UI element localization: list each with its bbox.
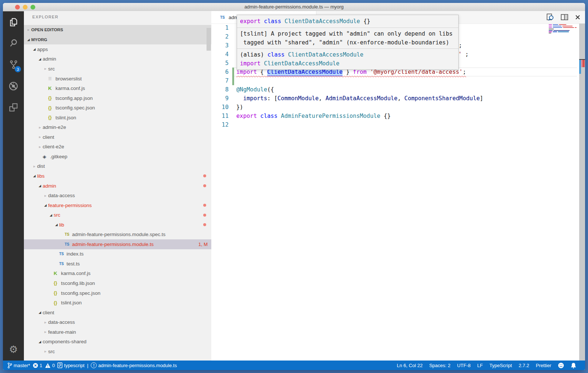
- activity-explorer[interactable]: [3, 11, 24, 33]
- status-text: Ln 6, Col 22: [397, 363, 423, 368]
- tree-item-admin-feature-permissions-module-ts[interactable]: TSadmin-feature-permissions.module.ts1, …: [24, 239, 211, 249]
- activity-extensions[interactable]: [3, 97, 24, 118]
- split-editor-icon[interactable]: [560, 14, 569, 21]
- status-warnings[interactable]: 0: [45, 363, 55, 368]
- info-icon: !: [91, 362, 97, 368]
- tree-item-index-ts[interactable]: TSindex.ts: [24, 249, 211, 259]
- ts-blue-file-icon: TS: [65, 242, 72, 246]
- minimap-line: [549, 27, 578, 28]
- tree-item-data-access[interactable]: ▹data-access: [24, 191, 211, 200]
- tree-item-admin[interactable]: ◢admin: [24, 181, 211, 191]
- json-file-icon: {}: [48, 105, 55, 111]
- tree-item-client[interactable]: ▹client: [24, 132, 211, 142]
- debug-icon: [8, 81, 18, 91]
- open-changes-icon[interactable]: [546, 13, 554, 21]
- tree-item-tslint-json[interactable]: {}tslint.json: [24, 298, 211, 308]
- tree-item-tslint-json[interactable]: {}tslint.json: [24, 113, 211, 123]
- tree-item-src[interactable]: ▹src: [24, 347, 211, 356]
- status-tslint-status[interactable]: typescript: [57, 362, 85, 368]
- item-label: karma.conf.js: [61, 271, 90, 276]
- tree-item-admin-e2e[interactable]: ▹admin-e2e: [24, 122, 211, 132]
- tree-item-karma-conf-js[interactable]: Kkarma.conf.js: [24, 83, 211, 93]
- tree-item-client[interactable]: ◢client: [24, 308, 211, 318]
- code-token: ;: [459, 42, 462, 49]
- warning-icon: [45, 363, 51, 368]
- item-label: src: [54, 212, 60, 218]
- minimap[interactable]: [549, 24, 578, 34]
- tree-item-lib[interactable]: ◢lib: [24, 220, 211, 230]
- item-label: data-access: [48, 193, 75, 198]
- twisty-icon: ◢: [54, 223, 59, 227]
- code-token: import: [240, 60, 264, 67]
- list-file-icon: ☰: [48, 76, 55, 81]
- tree-item-tsconfig-app-json[interactable]: {}tsconfig.app.json: [24, 93, 211, 103]
- status-cursor-position[interactable]: Ln 6, Col 22: [397, 363, 423, 368]
- code-editor[interactable]: 123;4' ;56import { ClientDataAccessModul…: [211, 23, 579, 361]
- close-editor-icon[interactable]: [575, 14, 581, 20]
- tree-item-dist[interactable]: ▹dist: [24, 162, 211, 171]
- gear-icon[interactable]: ⚙: [3, 344, 24, 355]
- status-errors[interactable]: 1: [33, 363, 42, 368]
- minimap-line: [549, 29, 578, 29]
- status-prettier[interactable]: Prettier: [536, 363, 551, 368]
- hover-code-block: export class ClientDataAccessModule {}: [237, 15, 458, 28]
- tree-item-feature-main[interactable]: ▹feature-main: [24, 327, 211, 337]
- code-token: imports: [243, 95, 267, 102]
- twisty-icon: ▹: [37, 145, 43, 149]
- line-number: 10: [211, 103, 229, 112]
- twisty-icon: ◢: [43, 203, 48, 207]
- status-feedback[interactable]: [558, 362, 564, 369]
- status-git-branch[interactable]: master*: [7, 362, 30, 369]
- overview-ruler[interactable]: [579, 23, 585, 361]
- activity-source-control[interactable]: 3: [3, 54, 24, 75]
- twisty-icon: ◢: [37, 57, 43, 61]
- code-line-9: imports: [CommonModule, AdminDataAccessM…: [236, 94, 483, 103]
- sidebar-scrollbar[interactable]: [207, 28, 211, 51]
- tree-item-admin-feature-permissions-module-spec-ts[interactable]: TSadmin-feature-permissions.module.spec.…: [24, 229, 211, 239]
- status-ts-version[interactable]: 2.7.2: [519, 363, 529, 368]
- activity-search[interactable]: [3, 33, 24, 54]
- activity-debug[interactable]: [3, 75, 24, 97]
- tree-item-test-ts[interactable]: TStest.ts: [24, 259, 211, 269]
- tree-item-tsconfig-lib-json[interactable]: {}tsconfig.lib.json: [24, 278, 211, 288]
- status-encoding[interactable]: UTF-8: [457, 363, 471, 368]
- tree-item-tsconfig-spec-json[interactable]: {}tsconfig.spec.json: [24, 103, 211, 113]
- error-dot-badge: [203, 223, 206, 226]
- tree-item-browserslist[interactable]: ☰browserslist: [24, 74, 211, 84]
- item-label: client: [43, 134, 54, 140]
- tree-item-karma-conf-js[interactable]: Kkarma.conf.js: [24, 269, 211, 279]
- ts-olive-file-icon: TS: [65, 232, 72, 236]
- tree-item-src[interactable]: ◢src: [24, 210, 211, 220]
- item-label: tsconfig.spec.json: [55, 105, 95, 111]
- section-open-editors[interactable]: ▹OPEN EDITORS: [24, 25, 211, 35]
- code-fragment: ' ;: [458, 50, 469, 59]
- hover-line: tagged with "shared", "admin" (nx-enforc…: [240, 38, 455, 47]
- tree-item--gitkeep[interactable]: ◈.gitkeep: [24, 152, 211, 162]
- title-bar[interactable]: admin-feature-permissions.module.ts — my…: [3, 3, 585, 11]
- item-label: admin-feature-permissions.module.ts: [72, 242, 154, 247]
- status-language-mode[interactable]: TypeScript: [490, 363, 512, 368]
- tree-item-tsconfig-spec-json[interactable]: {}tsconfig.spec.json: [24, 288, 211, 298]
- code-token: CommonModule: [277, 95, 319, 102]
- code-token: tagged with "shared", "admin" (nx-enforc…: [240, 39, 449, 46]
- json-file-icon: {}: [54, 300, 61, 305]
- tree-item-libs[interactable]: ◢libs: [24, 171, 211, 181]
- status-indentation[interactable]: Spaces: 2: [429, 363, 451, 368]
- twisty-icon: ▹: [32, 164, 37, 168]
- status-eol[interactable]: LF: [477, 363, 483, 368]
- tree-item-components-shared[interactable]: ◢components-shared: [24, 337, 211, 347]
- tree-item-src[interactable]: ▹src: [24, 64, 211, 74]
- tree-item-apps[interactable]: ◢apps: [24, 44, 211, 54]
- tree-item-client-e2e[interactable]: ▹client-e2e: [24, 142, 211, 152]
- status-text: Prettier: [536, 363, 551, 368]
- tree-item-data-access[interactable]: ▹data-access: [24, 317, 211, 327]
- status-notifications[interactable]: [571, 362, 576, 369]
- status-lint-file[interactable]: !admin-feature-permissions.module.ts: [91, 362, 177, 368]
- item-label: admin-feature-permissions.module.spec.ts: [72, 232, 165, 237]
- tree-item-feature-permissions[interactable]: ◢feature-permissions: [24, 200, 211, 210]
- item-label: tslint.json: [55, 115, 76, 120]
- item-label: .gitkeep: [50, 154, 67, 159]
- tree-item-admin[interactable]: ◢admin: [24, 54, 211, 64]
- minimap-line: [549, 30, 578, 31]
- section-myorg[interactable]: ◢MYORG: [24, 35, 211, 45]
